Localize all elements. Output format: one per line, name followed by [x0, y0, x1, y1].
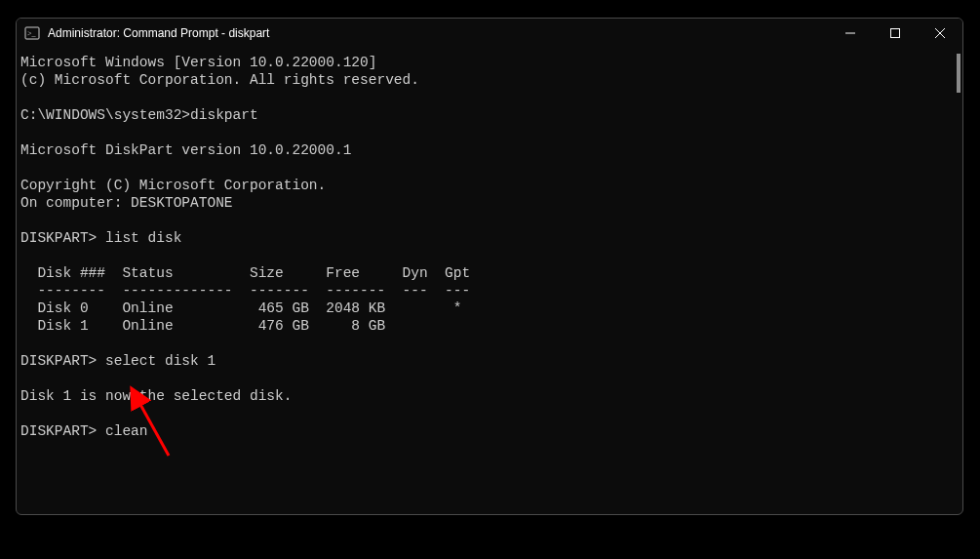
console-output: Microsoft Windows [Version 10.0.22000.12…	[20, 54, 959, 440]
maximize-button[interactable]	[873, 19, 918, 48]
scrollbar-thumb[interactable]	[957, 54, 960, 93]
titlebar[interactable]: >_ Administrator: Command Prompt - diskp…	[17, 19, 962, 48]
command-prompt-window: >_ Administrator: Command Prompt - diskp…	[16, 18, 963, 515]
window-title: Administrator: Command Prompt - diskpart	[48, 26, 828, 40]
console-area[interactable]: Microsoft Windows [Version 10.0.22000.12…	[17, 48, 962, 514]
close-button[interactable]	[918, 19, 962, 48]
svg-rect-2	[891, 29, 900, 38]
minimize-button[interactable]	[828, 19, 873, 48]
svg-text:>_: >_	[27, 29, 37, 38]
window-controls	[828, 19, 962, 48]
cmd-icon: >_	[24, 25, 40, 41]
